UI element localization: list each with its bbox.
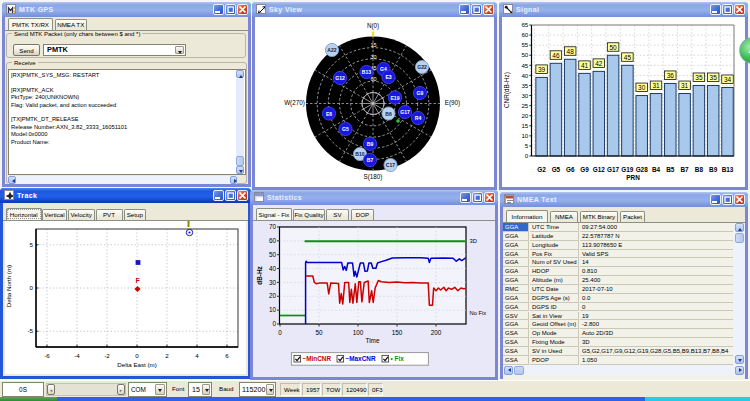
svg-text:3D: 3D bbox=[470, 238, 477, 244]
svg-text:B6: B6 bbox=[385, 111, 392, 117]
svg-text:0: 0 bbox=[278, 329, 282, 336]
svg-text:10: 10 bbox=[269, 306, 277, 313]
svg-text:20: 20 bbox=[269, 292, 277, 299]
svg-text:F: F bbox=[135, 277, 139, 284]
svg-text:55: 55 bbox=[521, 41, 528, 48]
svg-text:B7: B7 bbox=[367, 157, 374, 163]
svg-text:G17: G17 bbox=[607, 166, 620, 173]
svg-text:dB-Hz: dB-Hz bbox=[256, 266, 263, 284]
svg-text:B9: B9 bbox=[367, 141, 374, 147]
svg-text:A22: A22 bbox=[327, 47, 337, 53]
svg-text:40: 40 bbox=[521, 72, 528, 79]
svg-text:0: 0 bbox=[135, 352, 139, 359]
svg-text:B8: B8 bbox=[695, 166, 704, 173]
svg-text:39: 39 bbox=[538, 66, 546, 73]
svg-text:G9: G9 bbox=[417, 90, 424, 96]
svg-text:60: 60 bbox=[521, 31, 528, 38]
svg-text:B7: B7 bbox=[681, 166, 690, 173]
svg-text:0: 0 bbox=[525, 152, 529, 159]
svg-text:• Fix: • Fix bbox=[391, 355, 405, 362]
svg-text:−MaxCNR: −MaxCNR bbox=[346, 355, 376, 362]
svg-text:G2: G2 bbox=[537, 166, 546, 173]
svg-text:45: 45 bbox=[624, 54, 632, 61]
svg-text:G17: G17 bbox=[400, 109, 410, 115]
svg-text:25: 25 bbox=[521, 102, 528, 109]
svg-text:50: 50 bbox=[269, 251, 277, 258]
svg-text:G5: G5 bbox=[552, 166, 561, 173]
svg-text:31: 31 bbox=[652, 82, 660, 89]
svg-text:2: 2 bbox=[165, 352, 169, 359]
svg-text:-6: -6 bbox=[44, 352, 50, 359]
svg-text:E6: E6 bbox=[326, 111, 332, 117]
svg-text:E19: E19 bbox=[390, 95, 399, 101]
svg-text:S(180): S(180) bbox=[364, 173, 383, 181]
svg-text:No Fix: No Fix bbox=[470, 310, 487, 316]
svg-text:-2: -2 bbox=[104, 352, 110, 359]
svg-text:W(270): W(270) bbox=[284, 99, 305, 107]
svg-text:PRN: PRN bbox=[626, 174, 640, 181]
svg-text:5: 5 bbox=[525, 142, 529, 149]
svg-text:41: 41 bbox=[581, 62, 589, 69]
svg-text:G5: G5 bbox=[342, 126, 349, 132]
svg-text:6: 6 bbox=[225, 352, 229, 359]
svg-text:4: 4 bbox=[195, 352, 199, 359]
svg-text:B13: B13 bbox=[722, 166, 734, 173]
svg-text:R4: R4 bbox=[415, 115, 422, 121]
svg-text:70: 70 bbox=[269, 223, 277, 230]
svg-text:B13: B13 bbox=[362, 69, 372, 75]
svg-text:36: 36 bbox=[667, 72, 675, 79]
svg-text:G22: G22 bbox=[417, 64, 427, 70]
svg-text:B9: B9 bbox=[709, 166, 718, 173]
svg-text:-5: -5 bbox=[27, 327, 33, 334]
svg-text:B10: B10 bbox=[355, 151, 365, 157]
svg-text:C17: C17 bbox=[386, 162, 396, 168]
svg-text:30: 30 bbox=[638, 84, 646, 91]
svg-text:35: 35 bbox=[710, 74, 718, 81]
svg-text:G6: G6 bbox=[566, 166, 575, 173]
svg-text:20: 20 bbox=[521, 112, 528, 119]
svg-text:50: 50 bbox=[521, 51, 528, 58]
svg-text:Time: Time bbox=[366, 337, 380, 344]
svg-text:35: 35 bbox=[521, 82, 528, 89]
svg-text:5: 5 bbox=[30, 241, 34, 248]
svg-text:35: 35 bbox=[695, 74, 703, 81]
svg-text:G12: G12 bbox=[335, 75, 345, 81]
svg-text:34: 34 bbox=[724, 76, 732, 83]
svg-text:0: 0 bbox=[30, 284, 34, 291]
svg-text:30: 30 bbox=[269, 279, 277, 286]
svg-text:G9: G9 bbox=[580, 166, 589, 173]
svg-text:G28: G28 bbox=[636, 166, 649, 173]
svg-text:G19: G19 bbox=[621, 166, 634, 173]
svg-text:N(0): N(0) bbox=[367, 22, 379, 30]
svg-text:150: 150 bbox=[392, 329, 403, 336]
svg-text:Delta East (m): Delta East (m) bbox=[117, 361, 157, 368]
svg-text:CNR(dB-Hz): CNR(dB-Hz) bbox=[503, 72, 511, 108]
svg-text:15: 15 bbox=[521, 122, 528, 129]
svg-text:−MinCNR: −MinCNR bbox=[303, 355, 332, 362]
svg-text:50: 50 bbox=[609, 44, 617, 51]
svg-text:G12: G12 bbox=[593, 166, 606, 173]
svg-text:65: 65 bbox=[521, 21, 528, 28]
svg-text:45: 45 bbox=[521, 62, 528, 69]
svg-text:46: 46 bbox=[552, 52, 560, 59]
svg-text:100: 100 bbox=[353, 329, 364, 336]
svg-text:B4: B4 bbox=[652, 166, 661, 173]
svg-text:30: 30 bbox=[521, 92, 528, 99]
svg-text:Delta North (m): Delta North (m) bbox=[5, 265, 12, 307]
svg-text:E(90): E(90) bbox=[445, 99, 460, 107]
svg-text:31: 31 bbox=[681, 82, 689, 89]
svg-text:48: 48 bbox=[567, 48, 575, 55]
svg-text:10: 10 bbox=[521, 132, 528, 139]
svg-text:60: 60 bbox=[269, 237, 277, 244]
svg-text:B5: B5 bbox=[666, 166, 675, 173]
svg-text:E3: E3 bbox=[385, 74, 391, 80]
svg-text:0: 0 bbox=[272, 320, 276, 327]
svg-text:30: 30 bbox=[370, 54, 376, 60]
svg-text:200: 200 bbox=[431, 329, 442, 336]
svg-text:-4: -4 bbox=[74, 352, 80, 359]
svg-text:50: 50 bbox=[315, 329, 323, 336]
svg-text:42: 42 bbox=[595, 60, 603, 67]
svg-text:40: 40 bbox=[269, 265, 277, 272]
svg-text:15: 15 bbox=[370, 42, 376, 48]
